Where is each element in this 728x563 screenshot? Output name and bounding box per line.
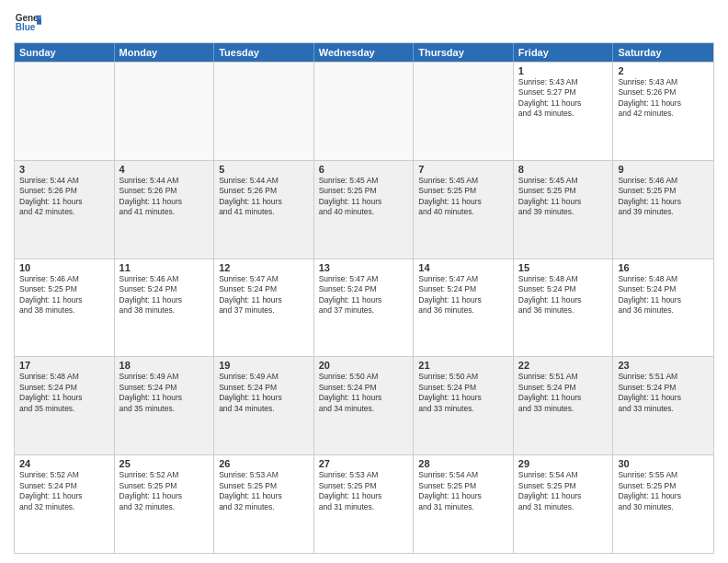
- cal-cell-28: 28Sunrise: 5:54 AMSunset: 5:25 PMDayligh…: [414, 455, 514, 553]
- cal-cell-8: 8Sunrise: 5:45 AMSunset: 5:25 PMDaylight…: [514, 161, 614, 259]
- day-info: Sunrise: 5:51 AMSunset: 5:24 PMDaylight:…: [518, 372, 609, 414]
- day-number: 28: [418, 458, 508, 469]
- day-info: Sunrise: 5:54 AMSunset: 5:25 PMDaylight:…: [418, 470, 508, 512]
- cal-cell-25: 25Sunrise: 5:52 AMSunset: 5:25 PMDayligh…: [115, 455, 215, 553]
- day-number: 19: [219, 360, 309, 371]
- day-number: 13: [319, 262, 409, 273]
- cal-cell-empty-1: [115, 63, 215, 160]
- day-info: Sunrise: 5:50 AMSunset: 5:24 PMDaylight:…: [319, 372, 409, 414]
- cal-cell-23: 23Sunrise: 5:51 AMSunset: 5:24 PMDayligh…: [613, 357, 713, 454]
- calendar-row-3: 17Sunrise: 5:48 AMSunset: 5:24 PMDayligh…: [15, 356, 713, 454]
- cal-cell-9: 9Sunrise: 5:46 AMSunset: 5:25 PMDaylight…: [613, 161, 713, 259]
- cal-cell-11: 11Sunrise: 5:46 AMSunset: 5:24 PMDayligh…: [115, 259, 215, 357]
- cal-cell-20: 20Sunrise: 5:50 AMSunset: 5:24 PMDayligh…: [314, 357, 415, 454]
- cal-cell-empty-3: [314, 63, 415, 160]
- cal-cell-27: 27Sunrise: 5:53 AMSunset: 5:25 PMDayligh…: [314, 455, 415, 553]
- day-number: 21: [418, 360, 508, 371]
- day-info: Sunrise: 5:50 AMSunset: 5:24 PMDaylight:…: [418, 372, 508, 414]
- day-info: Sunrise: 5:46 AMSunset: 5:25 PMDaylight:…: [19, 274, 109, 316]
- day-info: Sunrise: 5:52 AMSunset: 5:24 PMDaylight:…: [19, 470, 109, 512]
- cal-cell-12: 12Sunrise: 5:47 AMSunset: 5:24 PMDayligh…: [214, 259, 314, 357]
- day-number: 29: [518, 458, 609, 469]
- day-number: 8: [518, 164, 609, 175]
- day-number: 7: [418, 164, 508, 175]
- svg-text:Blue: Blue: [16, 22, 36, 32]
- calendar-body: 1Sunrise: 5:43 AMSunset: 5:27 PMDaylight…: [15, 62, 713, 553]
- day-info: Sunrise: 5:46 AMSunset: 5:24 PMDaylight:…: [119, 274, 210, 316]
- header-day-thursday: Thursday: [414, 43, 514, 62]
- header-day-saturday: Saturday: [613, 43, 713, 62]
- header-day-sunday: Sunday: [15, 43, 115, 62]
- day-info: Sunrise: 5:48 AMSunset: 5:24 PMDaylight:…: [19, 372, 109, 414]
- day-info: Sunrise: 5:43 AMSunset: 5:26 PMDaylight:…: [618, 77, 709, 120]
- day-number: 24: [19, 458, 109, 469]
- day-info: Sunrise: 5:49 AMSunset: 5:24 PMDaylight:…: [119, 372, 210, 414]
- cal-cell-2: 2Sunrise: 5:43 AMSunset: 5:26 PMDaylight…: [613, 63, 713, 160]
- day-number: 6: [319, 164, 409, 175]
- cal-cell-15: 15Sunrise: 5:48 AMSunset: 5:24 PMDayligh…: [514, 259, 614, 357]
- day-info: Sunrise: 5:47 AMSunset: 5:24 PMDaylight:…: [219, 274, 309, 316]
- day-number: 3: [19, 164, 109, 175]
- day-info: Sunrise: 5:55 AMSunset: 5:25 PMDaylight:…: [618, 470, 709, 512]
- cal-cell-14: 14Sunrise: 5:47 AMSunset: 5:24 PMDayligh…: [414, 259, 514, 357]
- cal-cell-1: 1Sunrise: 5:43 AMSunset: 5:27 PMDaylight…: [514, 63, 614, 160]
- logo: General Blue: [14, 9, 41, 37]
- day-info: Sunrise: 5:43 AMSunset: 5:27 PMDaylight:…: [518, 77, 609, 120]
- header-day-wednesday: Wednesday: [314, 43, 415, 62]
- cal-cell-24: 24Sunrise: 5:52 AMSunset: 5:24 PMDayligh…: [15, 455, 115, 553]
- day-number: 14: [418, 262, 508, 273]
- cal-cell-19: 19Sunrise: 5:49 AMSunset: 5:24 PMDayligh…: [214, 357, 314, 454]
- cal-cell-29: 29Sunrise: 5:54 AMSunset: 5:25 PMDayligh…: [514, 455, 614, 553]
- cal-cell-30: 30Sunrise: 5:55 AMSunset: 5:25 PMDayligh…: [613, 455, 713, 553]
- day-number: 22: [518, 360, 609, 371]
- page: General Blue SundayMondayTuesdayWednesda…: [0, 0, 728, 563]
- day-info: Sunrise: 5:47 AMSunset: 5:24 PMDaylight:…: [319, 274, 409, 316]
- logo-icon: General Blue: [14, 9, 41, 37]
- day-info: Sunrise: 5:54 AMSunset: 5:25 PMDaylight:…: [518, 470, 609, 512]
- day-info: Sunrise: 5:44 AMSunset: 5:26 PMDaylight:…: [219, 176, 309, 218]
- day-number: 16: [618, 262, 709, 273]
- calendar-row-0: 1Sunrise: 5:43 AMSunset: 5:27 PMDaylight…: [15, 62, 713, 160]
- cal-cell-empty-4: [414, 63, 514, 160]
- cal-cell-empty-2: [214, 63, 314, 160]
- day-info: Sunrise: 5:46 AMSunset: 5:25 PMDaylight:…: [618, 176, 709, 218]
- cal-cell-18: 18Sunrise: 5:49 AMSunset: 5:24 PMDayligh…: [115, 357, 215, 454]
- header-day-monday: Monday: [115, 43, 215, 62]
- header-day-friday: Friday: [514, 43, 614, 62]
- day-info: Sunrise: 5:45 AMSunset: 5:25 PMDaylight:…: [418, 176, 508, 218]
- day-info: Sunrise: 5:45 AMSunset: 5:25 PMDaylight:…: [319, 176, 409, 218]
- header-day-tuesday: Tuesday: [214, 43, 314, 62]
- day-number: 18: [119, 360, 210, 371]
- cal-cell-3: 3Sunrise: 5:44 AMSunset: 5:26 PMDaylight…: [15, 161, 115, 259]
- day-info: Sunrise: 5:51 AMSunset: 5:24 PMDaylight:…: [618, 372, 709, 414]
- calendar-header: SundayMondayTuesdayWednesdayThursdayFrid…: [15, 43, 713, 62]
- day-info: Sunrise: 5:47 AMSunset: 5:24 PMDaylight:…: [418, 274, 508, 316]
- day-number: 9: [618, 164, 709, 175]
- calendar-row-2: 10Sunrise: 5:46 AMSunset: 5:25 PMDayligh…: [15, 259, 713, 357]
- day-info: Sunrise: 5:44 AMSunset: 5:26 PMDaylight:…: [19, 176, 109, 218]
- day-number: 23: [618, 360, 709, 371]
- day-info: Sunrise: 5:48 AMSunset: 5:24 PMDaylight:…: [618, 274, 709, 316]
- header: General Blue: [14, 9, 714, 37]
- cal-cell-6: 6Sunrise: 5:45 AMSunset: 5:25 PMDaylight…: [314, 161, 415, 259]
- calendar-row-4: 24Sunrise: 5:52 AMSunset: 5:24 PMDayligh…: [15, 454, 713, 553]
- day-number: 30: [618, 458, 709, 469]
- day-info: Sunrise: 5:49 AMSunset: 5:24 PMDaylight:…: [219, 372, 309, 414]
- day-number: 4: [119, 164, 210, 175]
- cal-cell-22: 22Sunrise: 5:51 AMSunset: 5:24 PMDayligh…: [514, 357, 614, 454]
- cal-cell-17: 17Sunrise: 5:48 AMSunset: 5:24 PMDayligh…: [15, 357, 115, 454]
- cal-cell-10: 10Sunrise: 5:46 AMSunset: 5:25 PMDayligh…: [15, 259, 115, 357]
- cal-cell-4: 4Sunrise: 5:44 AMSunset: 5:26 PMDaylight…: [115, 161, 215, 259]
- day-number: 1: [518, 65, 609, 76]
- day-number: 27: [319, 458, 409, 469]
- day-number: 20: [319, 360, 409, 371]
- day-number: 26: [219, 458, 309, 469]
- day-number: 2: [618, 65, 709, 76]
- cal-cell-13: 13Sunrise: 5:47 AMSunset: 5:24 PMDayligh…: [314, 259, 415, 357]
- day-number: 15: [518, 262, 609, 273]
- day-info: Sunrise: 5:53 AMSunset: 5:25 PMDaylight:…: [319, 470, 409, 512]
- cal-cell-21: 21Sunrise: 5:50 AMSunset: 5:24 PMDayligh…: [414, 357, 514, 454]
- day-info: Sunrise: 5:48 AMSunset: 5:24 PMDaylight:…: [518, 274, 609, 316]
- day-info: Sunrise: 5:44 AMSunset: 5:26 PMDaylight:…: [119, 176, 210, 218]
- day-info: Sunrise: 5:45 AMSunset: 5:25 PMDaylight:…: [518, 176, 609, 218]
